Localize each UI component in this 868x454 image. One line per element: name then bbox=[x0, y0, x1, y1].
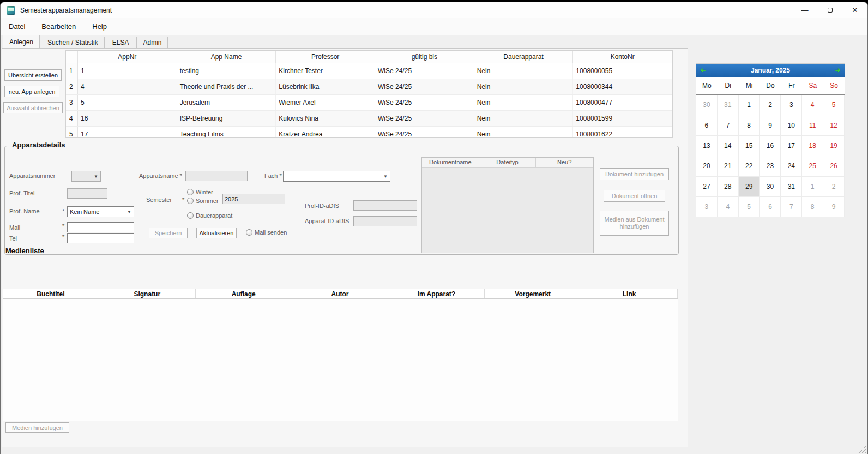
table-row[interactable]: 24Theorie und Praxis der ...Lüsebrink Il… bbox=[66, 79, 672, 95]
column-header[interactable]: App Name bbox=[177, 51, 276, 63]
medien-column-header[interactable]: Signatur bbox=[99, 289, 196, 298]
calendar-day[interactable]: 19 bbox=[823, 136, 845, 156]
dokument-hinzufuegen-button[interactable]: Dokument hinzufügen bbox=[600, 168, 669, 180]
calendar-day[interactable]: 1 bbox=[739, 95, 760, 115]
medien-hinzufuegen-button[interactable]: Medien hinzufügen bbox=[5, 422, 69, 433]
sommer-radio[interactable]: Sommer bbox=[187, 198, 219, 204]
medien-column-header[interactable]: Autor bbox=[292, 289, 389, 298]
calendar-day[interactable]: 8 bbox=[802, 197, 823, 217]
calendar-day[interactable]: 10 bbox=[781, 115, 802, 135]
calendar-day[interactable]: 15 bbox=[739, 136, 760, 156]
calendar-day[interactable]: 2 bbox=[823, 177, 845, 197]
medien-column-header[interactable]: im Apparat? bbox=[388, 289, 485, 298]
calendar-day[interactable]: 6 bbox=[696, 115, 718, 135]
calendar-day[interactable]: 25 bbox=[802, 156, 823, 176]
calendar-day[interactable]: 29 bbox=[739, 177, 760, 197]
tel-field[interactable] bbox=[67, 233, 134, 243]
table-row[interactable]: 35JerusalemWiemer AxelWiSe 24/25Nein1008… bbox=[66, 95, 672, 111]
calendar-day[interactable]: 4 bbox=[802, 95, 823, 115]
calendar-day[interactable]: 30 bbox=[760, 177, 781, 197]
medien-column-header[interactable]: Auflage bbox=[196, 289, 292, 298]
calendar-day[interactable]: 4 bbox=[718, 197, 739, 217]
calendar-next-arrow-icon[interactable]: ➜ bbox=[835, 65, 841, 75]
doc-column-header[interactable]: Dateityp bbox=[479, 158, 537, 168]
calendar-day[interactable]: 9 bbox=[760, 115, 781, 135]
medien-column-header[interactable]: Link bbox=[581, 289, 678, 298]
dauerapparat-radio[interactable]: Dauerapparat bbox=[187, 212, 232, 219]
semester-year-field[interactable] bbox=[222, 194, 285, 204]
doc-column-header[interactable]: Dokumentname bbox=[422, 158, 479, 168]
medien-column-header[interactable]: Vorgemerkt bbox=[485, 289, 581, 298]
calendar-day[interactable]: 31 bbox=[781, 177, 802, 197]
calendar-day[interactable]: 13 bbox=[696, 136, 718, 156]
tab-anlegen[interactable]: Anlegen bbox=[3, 35, 40, 48]
calendar-day[interactable]: 11 bbox=[802, 115, 823, 135]
table-row[interactable]: 416ISP-BetreuungKulovics NinaWiSe 24/25N… bbox=[66, 111, 672, 127]
calendar-day[interactable]: 9 bbox=[823, 197, 845, 217]
apparat-id-adis-field[interactable] bbox=[353, 216, 417, 226]
fach-combo[interactable]: ▼ bbox=[283, 171, 390, 182]
calendar-day[interactable]: 8 bbox=[739, 115, 760, 135]
calendar-day[interactable]: 3 bbox=[781, 95, 802, 115]
maximize-button[interactable] bbox=[817, 2, 842, 18]
calendar-day[interactable]: 17 bbox=[781, 136, 802, 156]
column-header[interactable]: KontoNr bbox=[573, 51, 672, 63]
calendar-day[interactable]: 14 bbox=[718, 136, 739, 156]
calendar-day[interactable]: 5 bbox=[823, 95, 845, 115]
apparatsname-field[interactable] bbox=[185, 171, 248, 181]
calendar-day[interactable]: 5 bbox=[739, 197, 760, 217]
column-header[interactable]: Professor bbox=[276, 51, 375, 63]
calendar-prev-arrow-icon[interactable]: ➜ bbox=[700, 65, 706, 75]
dokument-oeffnen-button[interactable]: Dokument öffnen bbox=[604, 190, 665, 202]
apparatsnummer-combo[interactable]: ▼ bbox=[71, 171, 101, 182]
column-header[interactable]: Dauerapparat bbox=[474, 51, 574, 63]
calendar-day[interactable]: 24 bbox=[781, 156, 802, 176]
menu-bearbeiten[interactable]: Bearbeiten bbox=[33, 19, 84, 34]
calendar-day[interactable]: 12 bbox=[823, 115, 845, 135]
prof-name-combo[interactable]: Kein Name ▼ bbox=[67, 206, 134, 217]
calendar-day[interactable]: 7 bbox=[718, 115, 739, 135]
resize-grip-icon[interactable] bbox=[859, 446, 866, 453]
calendar-day[interactable]: 20 bbox=[696, 156, 718, 176]
calendar-day[interactable]: 3 bbox=[696, 197, 718, 217]
aktualisieren-button[interactable]: Aktualisieren bbox=[196, 228, 237, 238]
calendar-day[interactable]: 6 bbox=[760, 197, 781, 217]
column-header[interactable]: AppNr bbox=[78, 51, 177, 63]
close-button[interactable]: ✕ bbox=[842, 2, 867, 18]
prof-titel-field[interactable] bbox=[67, 188, 107, 199]
doc-column-header[interactable]: Neu? bbox=[536, 158, 593, 168]
tab-suchen-statistik[interactable]: Suchen / Statistik bbox=[41, 37, 105, 48]
calendar-day[interactable]: 1 bbox=[802, 177, 823, 197]
winter-radio[interactable]: Winter bbox=[187, 189, 213, 195]
calendar-day[interactable]: 23 bbox=[760, 156, 781, 176]
auswahl-abbrechen-button[interactable]: Auswahl abbrechen bbox=[3, 102, 63, 113]
calendar-day[interactable]: 22 bbox=[739, 156, 760, 176]
calendar-day[interactable]: 7 bbox=[781, 197, 802, 217]
calendar-day[interactable]: 31 bbox=[718, 95, 739, 115]
neue-app-anlegen-button[interactable]: neu. App anlegen bbox=[4, 86, 59, 97]
column-header[interactable]: gültig bis bbox=[375, 51, 474, 63]
calendar-day[interactable]: 30 bbox=[696, 95, 718, 115]
calendar-month-label[interactable]: Januar, 2025 bbox=[751, 67, 790, 74]
calendar-day[interactable]: 21 bbox=[718, 156, 739, 176]
medien-column-header[interactable]: Buchtitel bbox=[3, 289, 99, 298]
calendar-day[interactable]: 16 bbox=[760, 136, 781, 156]
menu-help[interactable]: Help bbox=[84, 19, 115, 34]
speichern-button[interactable]: Speichern bbox=[149, 228, 188, 238]
menu-datei[interactable]: Datei bbox=[1, 19, 33, 34]
prof-id-adis-field[interactable] bbox=[353, 200, 417, 211]
minimize-button[interactable]: — bbox=[792, 2, 817, 18]
calendar-day[interactable]: 27 bbox=[696, 177, 718, 197]
table-row[interactable]: 11testingKirchner TesterWiSe 24/25Nein10… bbox=[66, 63, 672, 79]
calendar-day[interactable]: 18 bbox=[802, 136, 823, 156]
medien-aus-dokument-button[interactable]: Medien aus Dokument hinzufügen bbox=[600, 211, 669, 236]
mail-senden-checkbox[interactable]: Mail senden bbox=[246, 229, 287, 236]
table-row[interactable]: 517Teaching FilmsKratzer AndreaWiSe 24/2… bbox=[66, 127, 672, 138]
calendar-day[interactable]: 26 bbox=[823, 156, 845, 176]
mail-field[interactable] bbox=[67, 222, 134, 232]
tab-elsa[interactable]: ELSA bbox=[106, 37, 136, 48]
calendar-day[interactable]: 2 bbox=[760, 95, 781, 115]
calendar-day[interactable]: 28 bbox=[718, 177, 739, 197]
uebersicht-erstellen-button[interactable]: Übersicht erstellen bbox=[4, 69, 62, 81]
tab-admin[interactable]: Admin bbox=[136, 37, 168, 48]
